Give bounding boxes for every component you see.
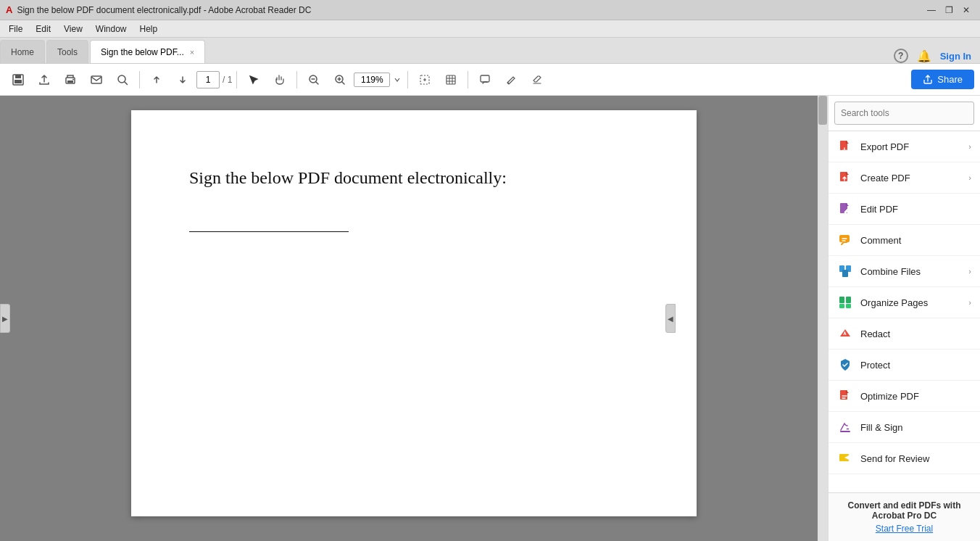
organize-pages-label: Organize Pages <box>860 297 961 308</box>
create-pdf-label: Create PDF <box>860 173 961 183</box>
search-tools-box <box>829 96 980 131</box>
menu-bar: File Edit View Window Help <box>0 20 980 38</box>
combine-files-icon <box>837 263 853 279</box>
notifications-icon[interactable]: 🔔 <box>917 49 931 63</box>
toolbar-separator-2 <box>236 71 237 88</box>
share-button[interactable]: Share <box>911 70 974 89</box>
right-panel-toggle[interactable]: ◀ <box>665 304 676 333</box>
menu-edit[interactable]: Edit <box>30 22 57 36</box>
toolbar-separator-1 <box>139 71 140 88</box>
pdf-content: Sign the below PDF document electronical… <box>131 110 697 276</box>
find-button[interactable] <box>110 67 135 92</box>
menu-window[interactable]: Window <box>90 22 133 36</box>
optimize-pdf-label: Optimize PDF <box>860 391 971 402</box>
tool-item-send-for-review[interactable]: Send for Review <box>829 443 980 474</box>
combine-files-label: Combine Files <box>860 266 961 277</box>
svg-rect-4 <box>67 80 73 83</box>
redact-label: Redact <box>860 329 971 339</box>
comment-icon <box>837 232 853 248</box>
app-icon: A <box>6 4 12 15</box>
export-pdf-icon <box>837 139 853 154</box>
svg-point-5 <box>72 78 74 80</box>
svg-rect-6 <box>91 76 101 83</box>
svg-rect-23 <box>846 304 851 308</box>
export-pdf-label: Export PDF <box>860 141 961 152</box>
comment-label: Comment <box>860 235 971 246</box>
zoom-in-button[interactable] <box>328 67 352 92</box>
search-tools-input[interactable] <box>834 102 974 125</box>
svg-rect-19 <box>842 270 848 277</box>
tools-list: Export PDF›Create PDF›Edit PDFCommentCom… <box>829 131 980 474</box>
tool-item-export-pdf[interactable]: Export PDF› <box>829 131 980 162</box>
protect-label: Protect <box>860 360 971 371</box>
organize-pages-icon <box>837 294 853 310</box>
highlight-button[interactable] <box>499 67 523 92</box>
svg-rect-2 <box>14 80 22 83</box>
protect-icon <box>837 357 853 373</box>
help-icon[interactable]: ? <box>894 49 908 63</box>
tool-item-create-pdf[interactable]: Create PDF› <box>829 162 980 194</box>
email-button[interactable] <box>84 67 109 92</box>
start-free-trial-link[interactable]: Start Free Trial <box>876 524 933 534</box>
comment-button[interactable] <box>473 67 497 92</box>
tool-item-comment[interactable]: Comment <box>829 225 980 256</box>
zoom-display[interactable]: 119% <box>354 73 390 87</box>
edit-pdf-label: Edit PDF <box>860 204 971 215</box>
tab-document[interactable]: Sign the below PDF... × <box>90 40 205 63</box>
tab-close-button[interactable]: × <box>190 48 194 57</box>
scroll-bar[interactable] <box>818 96 828 541</box>
upload-button[interactable] <box>32 67 57 92</box>
page-number-input[interactable] <box>196 71 220 88</box>
tool-item-edit-pdf[interactable]: Edit PDF <box>829 194 980 225</box>
pdf-document: Sign the below PDF document electronical… <box>131 110 697 516</box>
svg-rect-21 <box>846 297 851 303</box>
marquee-tool-button[interactable] <box>412 67 437 92</box>
svg-rect-20 <box>839 297 844 303</box>
toolbar-separator-3 <box>296 71 297 88</box>
zoom-dropdown-button[interactable] <box>391 67 403 92</box>
svg-rect-1 <box>15 75 21 78</box>
page-navigation: / 1 <box>196 71 232 88</box>
fill-sign-label: Fill & Sign <box>860 422 971 433</box>
tool-item-combine-files[interactable]: Combine Files› <box>829 256 980 287</box>
toolbar-separator-5 <box>468 71 468 88</box>
tool-item-redact[interactable]: Redact <box>829 318 980 350</box>
menu-file[interactable]: File <box>3 22 28 36</box>
save-button[interactable] <box>6 67 30 92</box>
tool-item-fill-sign[interactable]: Fill & Sign <box>829 412 980 443</box>
tab-home[interactable]: Home <box>0 40 45 63</box>
promo-text: Convert and edit PDFs with Acrobat Pro D… <box>837 500 971 521</box>
create-pdf-icon <box>837 170 853 186</box>
minimize-button[interactable]: — <box>923 2 939 18</box>
maximize-button[interactable]: ❐ <box>941 2 957 18</box>
pdf-text: Sign the below PDF document electronical… <box>189 168 639 188</box>
tool-item-protect[interactable]: Protect <box>829 350 980 381</box>
close-button[interactable]: ✕ <box>958 2 974 18</box>
touchup-button[interactable] <box>439 67 463 92</box>
zoom-out-button[interactable] <box>302 67 326 92</box>
tab-tools[interactable]: Tools <box>46 40 88 63</box>
svg-rect-11 <box>447 75 455 84</box>
svg-rect-25 <box>840 431 850 432</box>
signature-line <box>189 231 349 232</box>
select-tool-button[interactable] <box>241 67 266 92</box>
print-button[interactable] <box>58 67 83 92</box>
scroll-thumb[interactable] <box>818 96 827 125</box>
hand-tool-button[interactable] <box>267 67 292 92</box>
sign-in-button[interactable]: Sign In <box>940 51 971 62</box>
main-area: ▶ ◀ Sign the below PDF document electron… <box>0 96 980 541</box>
eraser-button[interactable] <box>525 67 549 92</box>
prev-page-button[interactable] <box>144 67 169 92</box>
create-pdf-chevron: › <box>968 173 971 182</box>
left-panel-toggle[interactable]: ▶ <box>0 304 10 333</box>
promo-box: Convert and edit PDFs with Acrobat Pro D… <box>829 492 980 541</box>
menu-view[interactable]: View <box>58 22 88 36</box>
next-page-button[interactable] <box>170 67 195 92</box>
toolbar: / 1 119% Share <box>0 64 980 96</box>
tool-item-optimize-pdf[interactable]: Optimize PDF <box>829 381 980 412</box>
edit-pdf-icon <box>837 201 853 217</box>
pdf-area: ▶ ◀ Sign the below PDF document electron… <box>0 96 828 541</box>
menu-help[interactable]: Help <box>134 22 164 36</box>
right-panel: Export PDF›Create PDF›Edit PDFCommentCom… <box>828 96 980 541</box>
tool-item-organize-pages[interactable]: Organize Pages› <box>829 287 980 318</box>
